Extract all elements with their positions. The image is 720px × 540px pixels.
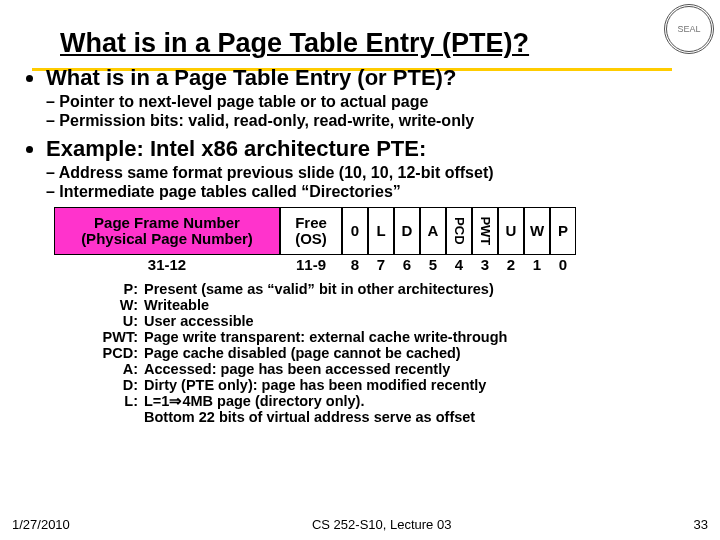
bitpos: 8: [342, 255, 368, 275]
bullet-question: What is in a Page Table Entry (or PTE)? …: [46, 65, 702, 130]
def-val: User accessible: [144, 313, 646, 329]
bit-0-field: 0: [342, 207, 368, 255]
def-key: W:: [86, 297, 144, 313]
bit-l-field: L: [368, 207, 394, 255]
bullet-example-text: Example: Intel x86 architecture PTE:: [46, 136, 426, 161]
bitpos: 6: [394, 255, 420, 275]
def-val: Present (same as “valid” bit in other ar…: [144, 281, 646, 297]
pfn-range: 31-12: [54, 255, 280, 275]
free-field: Free (OS): [280, 207, 342, 255]
def-val: Page cache disabled (page cannot be cach…: [144, 345, 646, 361]
bitpos: 4: [446, 255, 472, 275]
def-val: L=1⇒4MB page (directory only).: [144, 393, 646, 409]
def-val: Writeable: [144, 297, 646, 313]
def-val: Page write transparent: external cache w…: [144, 329, 646, 345]
sub-bullet: Pointer to next-level page table or to a…: [46, 93, 702, 111]
bit-pwt-field: PWT: [472, 207, 498, 255]
def-key: U:: [86, 313, 144, 329]
def-key: A:: [86, 361, 144, 377]
def-key: L:: [86, 393, 144, 409]
bit-w-field: W: [524, 207, 550, 255]
def-key: D:: [86, 377, 144, 393]
bit-a-field: A: [420, 207, 446, 255]
bit-pcd-field: PCD: [446, 207, 472, 255]
pfn-line2: (Physical Page Number): [81, 231, 253, 247]
bitpos: 5: [420, 255, 446, 275]
sub-bullet: Intermediate page tables called “Directo…: [46, 183, 702, 201]
pfn-field: Page Frame Number (Physical Page Number): [54, 207, 280, 255]
bitpos: 1: [524, 255, 550, 275]
bitpos: 2: [498, 255, 524, 275]
slide-footer: 1/27/2010 CS 252-S10, Lecture 03 33: [0, 517, 720, 532]
free-line1: Free: [295, 215, 327, 231]
sub-bullet: Address same format previous slide (10, …: [46, 164, 702, 182]
def-val: Bottom 22 bits of virtual address serve …: [144, 409, 646, 425]
bullet-example: Example: Intel x86 architecture PTE: Add…: [46, 136, 702, 201]
pte-diagram: Page Frame Number (Physical Page Number)…: [54, 207, 644, 275]
footer-center: CS 252-S10, Lecture 03: [312, 517, 451, 532]
footer-page: 33: [694, 517, 708, 532]
sub-bullet: Permission bits: valid, read-only, read-…: [46, 112, 702, 130]
footer-date: 1/27/2010: [12, 517, 70, 532]
def-key: PWT:: [86, 329, 144, 345]
bitpos: 3: [472, 255, 498, 275]
university-seal-icon: SEAL: [664, 4, 714, 54]
def-val: Accessed: page has been accessed recentl…: [144, 361, 646, 377]
bit-pcd-label: PCD: [452, 217, 466, 244]
bit-u-field: U: [498, 207, 524, 255]
slide-title: What is in a Page Table Entry (PTE)?: [0, 0, 720, 59]
bit-pwt-label: PWT: [478, 217, 492, 246]
def-val: Dirty (PTE only): page has been modified…: [144, 377, 646, 393]
def-key: [86, 409, 144, 425]
bit-p-field: P: [550, 207, 576, 255]
pfn-line1: Page Frame Number: [94, 215, 240, 231]
bit-d-field: D: [394, 207, 420, 255]
bit-definitions: P:Present (same as “valid” bit in other …: [86, 281, 646, 425]
def-key: PCD:: [86, 345, 144, 361]
free-line2: (OS): [295, 231, 327, 247]
bitpos: 0: [550, 255, 576, 275]
content-list: What is in a Page Table Entry (or PTE)? …: [28, 65, 720, 201]
bullet-question-text: What is in a Page Table Entry (or PTE)?: [46, 65, 456, 90]
bitpos: 7: [368, 255, 394, 275]
free-range: 11-9: [280, 255, 342, 275]
def-key: P:: [86, 281, 144, 297]
